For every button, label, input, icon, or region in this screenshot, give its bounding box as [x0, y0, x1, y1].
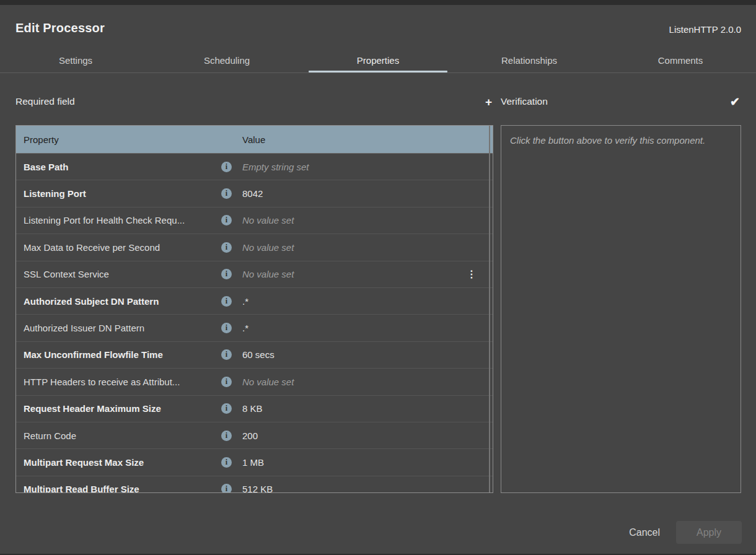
property-name: Max Data to Receive per Second: [24, 242, 221, 253]
property-name: Max Unconfirmed Flowfile Time: [24, 349, 221, 360]
verification-panel: Click the button above to verify this co…: [501, 125, 741, 493]
apply-button[interactable]: Apply: [676, 521, 742, 544]
info-icon[interactable]: i: [221, 377, 232, 387]
table-row[interactable]: Request Header Maximum Size i 8 KB ⋮: [16, 396, 493, 422]
dialog-footer: Cancel Apply: [628, 521, 742, 544]
table-row[interactable]: Max Unconfirmed Flowfile Time i 60 secs …: [16, 342, 493, 369]
info-icon[interactable]: i: [221, 269, 232, 279]
property-name: Base Path: [24, 162, 221, 172]
info-icon[interactable]: i: [221, 430, 232, 441]
property-name: Listening Port for Health Check Requ...: [24, 215, 221, 225]
table-row[interactable]: Multipart Read Buffer Size i 512 KB ⋮: [16, 476, 493, 493]
property-value[interactable]: .*: [242, 296, 485, 307]
tab-settings[interactable]: Settings: [0, 48, 151, 72]
table-row[interactable]: Base Path i Empty string set ⋮: [16, 154, 493, 180]
info-icon[interactable]: i: [221, 323, 232, 333]
property-name: Request Header Maximum Size: [24, 403, 221, 414]
property-value[interactable]: No value set: [242, 269, 467, 279]
more-options-icon[interactable]: ⋮: [467, 268, 477, 280]
property-name: Return Code: [24, 430, 221, 441]
column-header-value: Value: [242, 134, 265, 145]
properties-table: Property Value Base Path i Empty string …: [15, 125, 493, 493]
property-name: Multipart Read Buffer Size: [24, 484, 221, 493]
required-field-label: Required field: [15, 96, 75, 107]
verification-label: Verification: [501, 96, 548, 107]
table-row[interactable]: SSL Context Service i No value set ⋮: [16, 261, 493, 288]
verification-message: Click the button above to verify this co…: [510, 133, 732, 148]
property-value[interactable]: 60 secs: [242, 349, 485, 360]
property-value[interactable]: Empty string set: [242, 162, 485, 172]
property-name: Authorized Issuer DN Pattern: [24, 323, 221, 333]
column-header-property: Property: [24, 134, 242, 145]
tab-label: Settings: [59, 55, 92, 66]
table-row[interactable]: Authorized Issuer DN Pattern i .* ⋮: [16, 315, 493, 341]
info-icon[interactable]: i: [221, 162, 232, 172]
table-row[interactable]: Listening Port for Health Check Requ... …: [16, 208, 493, 234]
property-name: Multipart Request Max Size: [24, 457, 221, 468]
info-icon[interactable]: i: [221, 188, 232, 199]
property-value[interactable]: No value set: [242, 242, 485, 253]
info-icon[interactable]: i: [221, 484, 232, 493]
properties-column: Required field + Property Value Base Pat…: [15, 93, 493, 110]
info-icon[interactable]: i: [221, 403, 232, 414]
info-icon[interactable]: i: [221, 457, 232, 468]
table-row[interactable]: Multipart Request Max Size i 1 MB ⋮: [16, 449, 493, 476]
table-header-row: Property Value: [16, 126, 493, 154]
property-name: Listening Port: [24, 188, 221, 199]
tab-scheduling[interactable]: Scheduling: [151, 48, 302, 72]
table-row[interactable]: Authorized Subject DN Pattern i .* ⋮: [16, 288, 493, 315]
property-name: HTTP Headers to receive as Attribut...: [24, 377, 221, 387]
table-row[interactable]: Listening Port i 8042 ⋮: [16, 180, 493, 207]
table-row[interactable]: Return Code i 200 ⋮: [16, 422, 493, 449]
page-title: Edit Processor: [15, 21, 105, 35]
tab-label: Relationships: [501, 55, 557, 66]
property-value[interactable]: No value set: [242, 377, 485, 387]
table-row[interactable]: Max Data to Receive per Second i No valu…: [16, 234, 493, 261]
tab-relationships[interactable]: Relationships: [454, 48, 605, 72]
tab-bar: Settings Scheduling Properties Relations…: [0, 48, 756, 73]
property-name: Authorized Subject DN Pattern: [24, 296, 221, 307]
table-scrollbar[interactable]: [489, 126, 490, 492]
property-value[interactable]: 8 KB: [242, 403, 485, 414]
cancel-button[interactable]: Cancel: [628, 523, 661, 542]
verify-check-icon[interactable]: ✔: [729, 96, 741, 108]
add-property-icon[interactable]: +: [484, 96, 493, 108]
verification-column: Verification ✔ Click the button above to…: [501, 93, 741, 110]
property-value[interactable]: .*: [242, 323, 485, 333]
property-value[interactable]: 1 MB: [242, 457, 485, 468]
edit-processor-dialog: Edit Processor ListenHTTP 2.0.0 Settings…: [0, 5, 756, 554]
property-name: SSL Context Service: [24, 269, 221, 279]
property-value[interactable]: 512 KB: [242, 484, 485, 493]
info-icon[interactable]: i: [221, 215, 232, 225]
info-icon[interactable]: i: [221, 242, 232, 253]
property-value[interactable]: 200: [242, 430, 485, 441]
property-value[interactable]: 8042: [242, 188, 485, 199]
tab-label: Properties: [357, 55, 399, 66]
tab-properties[interactable]: Properties: [302, 48, 454, 72]
property-value[interactable]: No value set: [242, 215, 485, 225]
tab-label: Scheduling: [204, 55, 250, 66]
tab-comments[interactable]: Comments: [605, 48, 756, 72]
info-icon[interactable]: i: [221, 349, 232, 360]
info-icon[interactable]: i: [221, 296, 232, 307]
tab-label: Comments: [658, 55, 703, 66]
processor-type-label: ListenHTTP 2.0.0: [669, 24, 741, 35]
table-row[interactable]: HTTP Headers to receive as Attribut... i…: [16, 369, 493, 395]
